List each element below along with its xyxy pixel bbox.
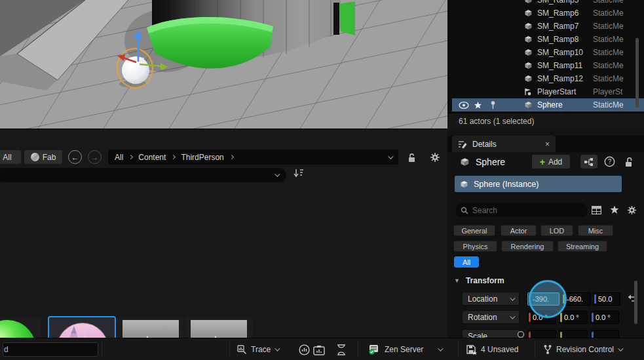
rotation-z-field[interactable]: 0.0 ° <box>590 311 619 324</box>
content-drawer: All Fab ← → All Content ThirdPerson <box>0 129 447 338</box>
chevron-down-icon <box>510 295 515 300</box>
filter-chip-all[interactable]: All <box>454 256 479 268</box>
collapse-triangle-icon[interactable]: ▼ <box>454 277 460 284</box>
outliner-row-sphere[interactable]: SphereStaticMe <box>452 98 644 111</box>
transform-section-header[interactable]: ▼ Transform <box>454 276 504 285</box>
forward-arrow-button[interactable]: → <box>88 150 102 164</box>
zen-server-label: Zen Server <box>385 345 423 354</box>
favorites-star-icon[interactable] <box>610 205 619 214</box>
static-mesh-icon <box>524 62 533 70</box>
svg-text:?: ? <box>607 158 611 165</box>
click-highlight-circle <box>529 280 567 318</box>
back-arrow-button[interactable]: ← <box>68 150 82 164</box>
actor-label: SM_Ramp11 <box>537 61 582 70</box>
static-mesh-icon <box>524 0 533 4</box>
fab-logo-icon <box>31 153 39 161</box>
settings-gear-icon[interactable] <box>430 152 440 163</box>
fab-button[interactable]: Fab <box>24 150 62 164</box>
breadcrumb-all[interactable]: All <box>115 153 123 162</box>
plus-icon: + <box>540 157 545 167</box>
outliner-row-sm_ramp12[interactable]: SM_Ramp12StaticMe <box>452 72 644 85</box>
unreal-editor-window: All Fab ← → All Content ThirdPerson <box>0 0 644 360</box>
blueprint-node-button[interactable] <box>580 155 597 169</box>
rotation-y-field[interactable]: 0.0 ° <box>559 311 588 324</box>
details-settings-gear-icon[interactable] <box>627 205 637 215</box>
location-dropdown[interactable]: Location <box>462 292 520 306</box>
sort-view-options-icon[interactable] <box>294 169 308 178</box>
add-component-button[interactable]: + Add <box>532 155 570 169</box>
close-icon[interactable]: × <box>545 140 550 149</box>
outliner-footer: 61 actors (1 selected) <box>447 113 644 129</box>
outliner-row-playerstart[interactable]: PlayerStartPlayerSt <box>452 85 644 98</box>
tab-details[interactable]: Details × <box>452 136 556 152</box>
actor-label: SM_Ramp12 <box>537 74 583 83</box>
static-mesh-icon <box>460 157 470 167</box>
pin-icon[interactable] <box>490 101 496 110</box>
hourglass-icon[interactable] <box>337 344 346 355</box>
display-grid-icon[interactable] <box>592 206 601 214</box>
details-search[interactable] <box>455 203 588 217</box>
chevron-down-icon <box>438 346 444 351</box>
filter-chip-general[interactable]: General <box>453 225 495 236</box>
favorite-star-icon[interactable] <box>474 102 482 109</box>
asset-filter-dropdown[interactable] <box>0 168 286 182</box>
location-z-field[interactable]: 50.0 <box>593 292 620 306</box>
outliner-row-sm_ramp5[interactable]: SM_Ramp5StaticMe <box>452 0 644 7</box>
outliner-scrollbar[interactable] <box>635 38 639 108</box>
breadcrumb-content[interactable]: Content <box>138 153 166 162</box>
static-mesh-icon <box>524 49 533 56</box>
path-dropdown-chevron-icon[interactable] <box>388 153 393 159</box>
rotation-dropdown[interactable]: Rotation <box>462 310 520 324</box>
static-mesh-icon <box>524 101 533 109</box>
filter-chip-streaming[interactable]: Streaming <box>558 241 607 252</box>
save-icon <box>466 345 477 355</box>
actor-label: SM_Ramp5 <box>537 0 578 5</box>
actor-type: PlayerSt <box>593 87 634 96</box>
component-row-sphere-instance[interactable]: Sphere (Instance) <box>455 176 622 192</box>
filter-chip-actor[interactable]: Actor <box>501 225 537 236</box>
details-scrollbar[interactable] <box>634 281 637 321</box>
static-mesh-icon <box>524 22 533 30</box>
outliner-panel: SM_Ramp5StaticMeSM_Ramp6StaticMeSM_Ramp7… <box>452 0 644 113</box>
breadcrumb-thirdperson[interactable]: ThirdPerson <box>181 153 223 162</box>
fab-button-label: Fab <box>43 153 56 162</box>
help-icon[interactable]: ? <box>603 155 616 169</box>
outliner-row-sm_ramp8[interactable]: SM_Ramp8StaticMe <box>452 33 644 46</box>
trace-menu-button[interactable]: Trace <box>237 338 278 360</box>
trace-label: Trace <box>251 345 271 354</box>
filter-chip-misc[interactable]: Misc <box>578 225 613 236</box>
unlock-icon[interactable] <box>622 155 635 169</box>
snapshot-icon[interactable] <box>313 345 326 355</box>
player-start-icon <box>524 88 533 96</box>
filter-chip-rendering[interactable]: Rendering <box>501 241 554 252</box>
revision-control-label: Revision Control <box>556 345 614 354</box>
insights-session-icon[interactable] <box>299 344 310 355</box>
actor-label: SM_Ramp6 <box>537 9 578 18</box>
zen-server-menu-button[interactable]: Zen Server <box>368 338 442 360</box>
all-button-label: All <box>3 153 11 162</box>
actor-type: StaticMe <box>593 9 634 18</box>
outliner-row-sm_ramp11[interactable]: SM_Ramp11StaticMe <box>452 59 644 72</box>
unsaved-content-button[interactable]: 4 Unsaved <box>466 338 518 360</box>
filter-chip-physics[interactable]: Physics <box>453 241 497 252</box>
trace-icon <box>237 345 247 354</box>
level-viewport[interactable] <box>0 0 447 129</box>
outliner-row-sm_ramp6[interactable]: SM_Ramp6StaticMe <box>452 7 644 20</box>
content-browser-all-button[interactable]: All <box>0 150 21 164</box>
details-tab-bar: Details × <box>447 136 644 152</box>
chevron-down-icon <box>618 346 623 351</box>
status-bar: Trace Zen Server <box>0 338 644 360</box>
actor-label: SM_Ramp10 <box>537 48 583 57</box>
revision-control-menu-button[interactable]: Revision Control <box>543 338 622 360</box>
actor-type: StaticMe <box>593 22 634 31</box>
filter-chip-lod[interactable]: LOD <box>540 225 573 236</box>
static-mesh-icon <box>460 180 468 188</box>
outliner-row-sm_ramp10[interactable]: SM_Ramp10StaticMe <box>452 46 644 59</box>
search-input[interactable] <box>472 206 571 215</box>
visibility-eye-icon[interactable] <box>459 102 469 109</box>
console-command-input[interactable] <box>3 342 98 357</box>
breadcrumb[interactable]: All Content ThirdPerson <box>108 150 398 165</box>
actor-label: Sphere <box>537 100 563 110</box>
lock-icon[interactable] <box>407 153 416 163</box>
outliner-row-sm_ramp7[interactable]: SM_Ramp7StaticMe <box>452 20 644 33</box>
